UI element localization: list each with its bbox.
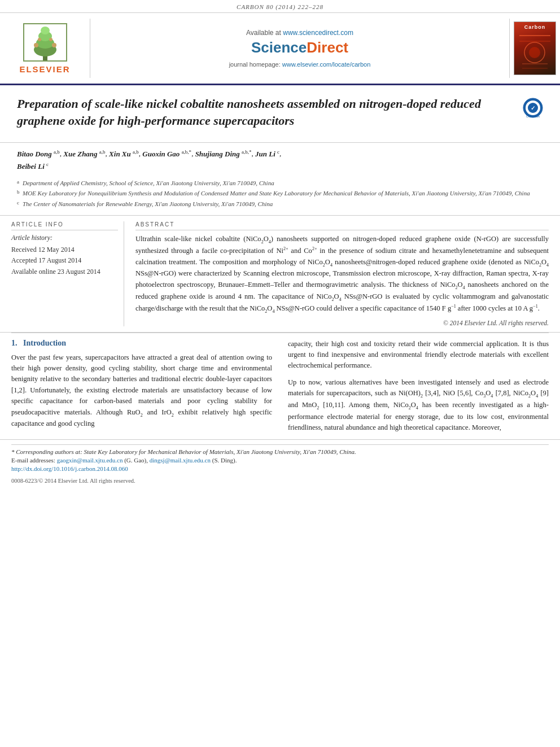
available-online-date: Available online 23 August 2014 [11,267,118,277]
affiliations-section: a Department of Applied Chemistry, Schoo… [0,176,560,216]
carbon-cover-title: Carbon [524,24,546,30]
elsevier-label: ELSEVIER [19,64,70,74]
article-history-label: Article history: [11,234,118,242]
carbon-cover-image: Carbon [514,21,556,75]
introduction-section: 1. Introduction Over the past few years,… [0,333,560,439]
intro-right-text-2: Up to now, various alternatives have bee… [288,377,549,434]
affiliation-a: a Department of Applied Chemistry, Schoo… [17,178,543,188]
carbon-cover: Carbon [509,19,560,78]
doi-link[interactable]: http://dx.doi.org/10.1016/j.carbon.2014.… [11,465,128,472]
email-label: E-mail addresses: [11,457,55,464]
journal-citation: CARBON 80 (2014) 222–228 [237,3,323,10]
email2-name: (S. Ding). [212,457,237,464]
page-wrapper: CARBON 80 (2014) 222–228 ELSEVIER [0,0,560,486]
sciencedirect-science: Science [251,39,307,56]
email1-link[interactable]: gaogxin@mail.xjtu.edu.cn [57,457,123,464]
abstract-col: ABSTRACT Ultrathin scale-like nickel cob… [132,221,549,326]
author-3: Xin Xu a,b [109,150,139,158]
abstract-text: Ultrathin scale-like nickel cobaltite (N… [135,234,549,315]
author-2: Xue Zhang a,b [63,150,105,158]
intro-heading: 1. Introduction [11,339,272,348]
intro-left-text: Over the past few years, supercapacitors… [11,352,272,430]
svg-point-4 [41,27,50,34]
corresponding-authors: * Corresponding authors at: State Key La… [11,448,549,455]
accepted-date: Accepted 17 August 2014 [11,255,118,266]
sciencedirect-direct: Direct [307,39,348,56]
copyright-line: © 2014 Elsevier Ltd. All rights reserved… [135,320,549,326]
footer-bottom: 0008-6223/© 2014 Elsevier Ltd. All right… [0,475,560,486]
doi-line: http://dx.doi.org/10.1016/j.carbon.2014.… [11,465,549,472]
body-section: ARTICLE INFO Article history: Received 1… [0,216,560,333]
available-text: Available at www.sciencedirect.com [246,29,353,37]
journal-homepage-link[interactable]: www.elsevier.com/locate/carbon [282,61,371,68]
carbon-cover-decoration [517,30,553,72]
issn-text: 0008-6223/© 2014 Elsevier Ltd. All right… [11,478,135,484]
article-info-col: ARTICLE INFO Article history: Received 1… [11,221,124,326]
article-info-label: ARTICLE INFO [11,221,118,230]
abstract-label: ABSTRACT [135,221,549,230]
intro-right-text-1: capacity, their high cost and toxicity r… [288,339,549,372]
journal-bar: CARBON 80 (2014) 222–228 [0,0,560,13]
email2-link[interactable]: dingsj@mail.xjtu.edu.cn [150,457,211,464]
author-5: Shujiang Ding a,b,* [195,150,252,158]
intro-right-col: capacity, their high cost and toxicity r… [284,339,549,434]
affiliation-b: b MOE Key Laboratory for Nonequilibrium … [17,189,543,198]
email1-name: (G. Gao), [124,457,148,464]
email-line: E-mail addresses: gaogxin@mail.xjtu.edu.… [11,457,549,464]
elsevier-logo: ELSEVIER [0,19,90,78]
title-section: ✓ CrossMark Preparation of scale-like ni… [0,85,560,143]
author-6: Jun Li c [255,150,279,158]
author-7: Beibei Li c [17,162,49,171]
crossmark: ✓ CrossMark [523,98,543,120]
affiliation-c: c The Center of Nanomaterials for Renewa… [17,199,543,209]
author-4: Guoxin Gao a,b,* [142,150,191,158]
svg-point-7 [38,38,41,41]
corresponding-text: State Key Laboratory for Mechanical Beha… [84,448,356,455]
received-date: Received 12 May 2014 [11,244,118,255]
elsevier-tree-icon [23,23,68,62]
corresponding-label: * Corresponding authors at: [11,448,82,455]
author-1: Bitao Dong a,b [17,150,60,158]
intro-left-col: 1. Introduction Over the past few years,… [11,339,276,434]
footer-divider [11,444,549,445]
paper-title: Preparation of scale-like nickel cobalti… [17,95,543,129]
authors-section: Bitao Dong a,b, Xue Zhang a,b, Xin Xu a,… [0,143,560,176]
svg-point-5 [34,43,38,47]
svg-text:CrossMark: CrossMark [526,115,540,118]
crossmark-icon: ✓ CrossMark [523,98,543,118]
sciencedirect-logo: ScienceDirect [251,39,348,56]
journal-homepage: journal homepage: www.elsevier.com/locat… [229,61,371,68]
available-link[interactable]: www.sciencedirect.com [283,29,353,37]
svg-point-6 [52,43,56,47]
svg-text:✓: ✓ [531,105,535,111]
footer-notes: * Corresponding authors at: State Key La… [0,439,560,475]
header-center: Available at www.sciencedirect.com Scien… [90,19,509,78]
header-section: ELSEVIER Available at www.sciencedirect.… [0,13,560,85]
svg-point-14 [529,47,540,58]
svg-point-8 [49,38,53,41]
